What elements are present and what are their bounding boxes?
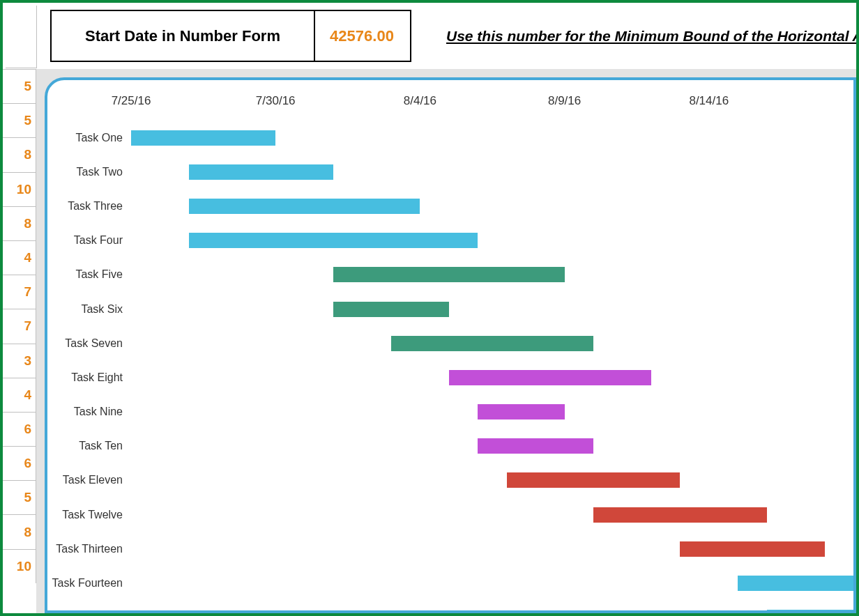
bar-track bbox=[131, 395, 853, 429]
row-header[interactable]: 4 bbox=[3, 240, 36, 275]
gantt-bar[interactable] bbox=[478, 404, 564, 419]
date-axis-tick: 7/25/16 bbox=[112, 94, 151, 108]
gantt-bar[interactable] bbox=[738, 576, 856, 591]
header-area: Start Date in Number Form 42576.00 Use t… bbox=[3, 3, 856, 69]
date-axis-tick: 8/9/16 bbox=[548, 94, 581, 108]
task-label: Task Fifteen bbox=[47, 611, 131, 613]
gantt-bar[interactable] bbox=[391, 336, 593, 351]
task-row: Task Four bbox=[47, 224, 853, 258]
date-axis: 7/25/167/30/168/4/168/9/168/14/16 bbox=[131, 94, 853, 116]
task-label: Task Four bbox=[47, 234, 131, 247]
bar-track bbox=[131, 292, 853, 326]
bar-track bbox=[131, 258, 853, 292]
task-label: Task Seven bbox=[47, 337, 131, 350]
gantt-bar[interactable] bbox=[333, 267, 565, 282]
gantt-bar[interactable] bbox=[333, 302, 449, 317]
corner-blank bbox=[6, 6, 37, 68]
row-header[interactable]: 3 bbox=[3, 344, 36, 378]
start-date-value-cell[interactable]: 42576.00 bbox=[314, 10, 411, 62]
task-row: Task Three bbox=[47, 189, 853, 223]
instruction-text: Use this number for the Minimum Bound of… bbox=[411, 3, 856, 69]
row-header[interactable]: 5 bbox=[3, 103, 36, 137]
task-row: Task One bbox=[47, 121, 853, 155]
gantt-bar[interactable] bbox=[189, 164, 333, 180]
chart-wrapper: 7/25/167/30/168/4/168/9/168/14/16 Task O… bbox=[36, 69, 856, 613]
bar-track bbox=[131, 429, 853, 463]
bar-track bbox=[131, 601, 853, 613]
task-label: Task Nine bbox=[47, 406, 131, 418]
task-row: Task Two bbox=[47, 155, 853, 189]
main-area: 55810847734665810 7/25/167/30/168/4/168/… bbox=[3, 69, 856, 613]
start-date-label: Start Date in Number Form bbox=[85, 27, 280, 45]
task-row: Task Fifteen bbox=[47, 601, 853, 613]
row-header[interactable]: 5 bbox=[3, 69, 36, 103]
gantt-bar[interactable] bbox=[680, 541, 824, 557]
bar-track bbox=[131, 189, 853, 223]
row-header[interactable]: 8 bbox=[3, 514, 36, 548]
task-row: Task Seven bbox=[47, 326, 853, 360]
gantt-bar[interactable] bbox=[767, 610, 856, 613]
gantt-bar[interactable] bbox=[507, 472, 681, 488]
task-label: Task Two bbox=[47, 166, 131, 178]
task-row: Task Thirteen bbox=[47, 532, 853, 566]
gantt-bar[interactable] bbox=[189, 233, 478, 248]
gantt-tasks: Task OneTask TwoTask ThreeTask FourTask … bbox=[47, 121, 853, 613]
gantt-bar[interactable] bbox=[189, 199, 420, 214]
bar-track bbox=[131, 360, 853, 394]
task-row: Task Eight bbox=[47, 360, 853, 394]
task-row: Task Fourteen bbox=[47, 566, 853, 600]
gantt-bar[interactable] bbox=[449, 370, 651, 385]
gantt-bar[interactable] bbox=[131, 130, 275, 146]
task-label: Task Six bbox=[47, 303, 131, 316]
date-axis-tick: 7/30/16 bbox=[256, 94, 296, 108]
row-header[interactable]: 8 bbox=[3, 206, 36, 240]
row-header[interactable]: 8 bbox=[3, 137, 36, 171]
spreadsheet-row-headers: 55810847734665810 bbox=[3, 69, 36, 613]
task-row: Task Six bbox=[47, 292, 853, 326]
start-date-value: 42576.00 bbox=[330, 27, 394, 45]
row-header[interactable]: 10 bbox=[3, 172, 36, 206]
bar-track bbox=[131, 155, 853, 189]
bar-track bbox=[131, 121, 853, 155]
task-row: Task Five bbox=[47, 258, 853, 292]
task-label: Task One bbox=[47, 132, 131, 144]
bar-track bbox=[131, 463, 853, 498]
task-label: Task Twelve bbox=[47, 509, 131, 521]
bar-track bbox=[131, 532, 853, 566]
task-row: Task Eleven bbox=[47, 463, 853, 498]
row-header[interactable]: 5 bbox=[3, 480, 36, 514]
task-row: Task Twelve bbox=[47, 498, 853, 532]
task-row: Task Nine bbox=[47, 395, 853, 429]
task-label: Task Thirteen bbox=[47, 543, 131, 555]
task-label: Task Three bbox=[47, 200, 131, 213]
row-header[interactable]: 7 bbox=[3, 275, 36, 309]
bar-track bbox=[131, 326, 853, 360]
row-header[interactable]: 6 bbox=[3, 446, 36, 480]
date-axis-tick: 8/14/16 bbox=[689, 94, 729, 108]
date-axis-tick: 8/4/16 bbox=[404, 94, 436, 108]
row-header[interactable]: 4 bbox=[3, 378, 36, 412]
gantt-bar[interactable] bbox=[593, 507, 767, 523]
task-label: Task Fourteen bbox=[47, 577, 131, 590]
row-header[interactable]: 7 bbox=[3, 309, 36, 343]
row-header[interactable]: 10 bbox=[3, 549, 36, 583]
bar-track bbox=[131, 498, 853, 532]
bar-track bbox=[131, 566, 853, 600]
task-label: Task Eight bbox=[47, 371, 131, 384]
task-label: Task Five bbox=[47, 268, 131, 281]
gantt-chart-panel[interactable]: 7/25/167/30/168/4/168/9/168/14/16 Task O… bbox=[45, 77, 856, 613]
task-row: Task Ten bbox=[47, 429, 853, 463]
start-date-label-cell: Start Date in Number Form bbox=[50, 10, 315, 62]
gantt-bar[interactable] bbox=[478, 438, 593, 454]
row-header[interactable]: 6 bbox=[3, 412, 36, 446]
bar-track bbox=[131, 224, 853, 258]
task-label: Task Ten bbox=[47, 440, 131, 452]
task-label: Task Eleven bbox=[47, 474, 131, 486]
